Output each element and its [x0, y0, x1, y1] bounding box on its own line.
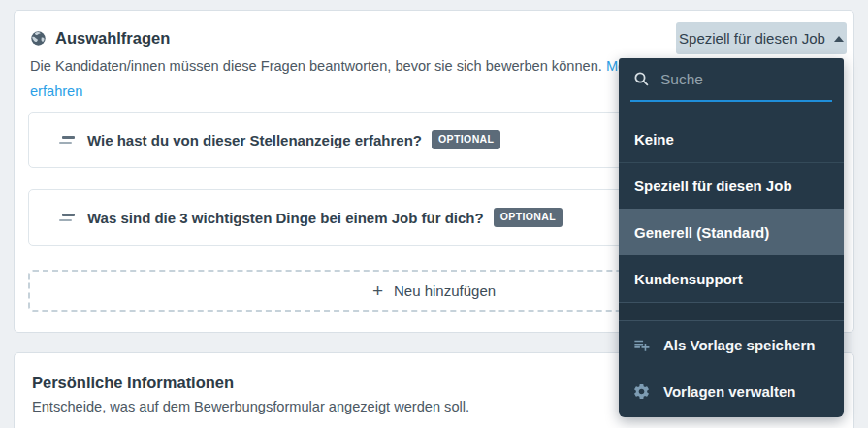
add-question-label: Neu hinzufügen [394, 282, 496, 299]
optional-badge: OPTIONAL [432, 130, 500, 148]
search-icon [633, 71, 650, 87]
chevron-up-icon [834, 36, 844, 42]
dropdown-search [630, 66, 832, 102]
globe-icon [30, 30, 47, 47]
save-as-template-label: Als Vorlage speichern [663, 337, 815, 353]
manage-templates-label: Vorlagen verwalten [663, 383, 795, 400]
gear-icon [632, 382, 651, 401]
description-text: Die Kandidaten/innen müssen diese Fragen… [30, 58, 602, 74]
manage-templates-item[interactable]: Vorlagen verwalten [619, 368, 844, 414]
add-template-icon [632, 336, 651, 354]
template-select-label: Speziell für diesen Job [679, 30, 825, 47]
question-text: Wie hast du von dieser Stellenanzeige er… [87, 132, 422, 148]
template-select-button[interactable]: Speziell für diesen Job [676, 22, 847, 54]
question-text: Was sind die 3 wichtigsten Dinge bei ein… [87, 210, 484, 226]
search-input[interactable] [660, 71, 844, 88]
plus-icon: + [372, 281, 383, 300]
optional-badge: OPTIONAL [494, 208, 563, 226]
dropdown-divider [619, 302, 844, 321]
drag-handle-icon[interactable] [59, 136, 75, 144]
section-title: Auswahlfragen [55, 29, 170, 48]
dropdown-option-speziell-fuer-diesen-job[interactable]: Speziell für diesen Job [619, 162, 844, 209]
drag-handle-icon[interactable] [59, 214, 75, 221]
dropdown-option-kundensupport[interactable]: Kundensupport [619, 255, 844, 302]
template-dropdown-menu: Keine Speziell für diesen Job Generell (… [619, 58, 844, 417]
dropdown-option-generell-standard[interactable]: Generell (Standard) [619, 209, 844, 255]
save-as-template-item[interactable]: Als Vorlage speichern [619, 321, 844, 368]
dropdown-option-keine[interactable]: Keine [619, 115, 844, 162]
section-description: Die Kandidaten/innen müssen diese Fragen… [30, 53, 651, 104]
